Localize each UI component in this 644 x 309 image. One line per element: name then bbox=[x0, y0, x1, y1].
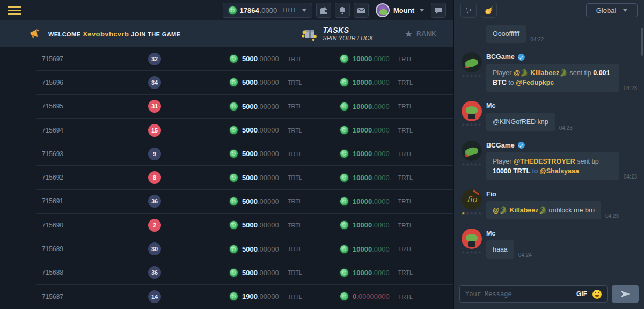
balance-selector[interactable]: 17864.0000 TRTL bbox=[223, 3, 313, 18]
chat-room-label: Global bbox=[596, 6, 617, 14]
bet-decimals: .00000 bbox=[258, 292, 279, 300]
announcement-banner: WELCOMEXevobvhcvrbJOIN THE GAME TASKS SP… bbox=[0, 20, 453, 47]
bet-amount: 5000.00000TRTL bbox=[230, 174, 310, 182]
avatar-column: ★★★★★ bbox=[459, 52, 484, 92]
user-stars: ★★★★★ bbox=[462, 251, 482, 255]
table-row[interactable]: 715694155000.00000TRTL10000.0000TRTL bbox=[36, 119, 453, 142]
bet-amount: 5000.00000TRTL bbox=[230, 197, 310, 205]
message-timestamp: 04:23 bbox=[605, 213, 619, 219]
game-id: 715690 bbox=[36, 222, 117, 229]
message-username[interactable]: Fio bbox=[486, 190, 496, 198]
message-text: haaa bbox=[493, 246, 508, 253]
bet-integer: 5000 bbox=[242, 102, 258, 111]
message-username[interactable]: BCGame bbox=[486, 142, 515, 149]
hamburger-menu-icon[interactable] bbox=[8, 6, 21, 15]
payout-decimals: .0000 bbox=[372, 174, 390, 182]
payout-decimals: .0000 bbox=[372, 197, 390, 205]
bets-table: 715697325000.00000TRTL10000.0000TRTL7156… bbox=[0, 47, 453, 309]
wallet-button[interactable] bbox=[316, 3, 331, 18]
result-badge-cell: 32 bbox=[117, 53, 192, 65]
rank-button[interactable]: ★ RANK bbox=[405, 30, 436, 39]
coin-drop-button[interactable] bbox=[481, 3, 497, 18]
message-username[interactable]: Mc bbox=[486, 102, 495, 109]
table-row[interactable]: 715696345000.00000TRTL10000.0000TRTL bbox=[36, 71, 453, 94]
payout-integer: 10000 bbox=[353, 78, 372, 86]
chat-message: ★★★★★BCGamePlayer @🐊 Killabeez🐊 sent tip… bbox=[459, 52, 639, 92]
user-avatar[interactable]: fio bbox=[462, 189, 482, 210]
payout-value: 0.00000000 bbox=[353, 292, 390, 300]
coin-icon bbox=[340, 197, 348, 205]
star-icon: ★ bbox=[470, 73, 474, 78]
table-row[interactable]: 715688365000.00000TRTL10000.0000TRTL bbox=[36, 261, 453, 285]
chat-room-selector[interactable]: Global bbox=[586, 3, 638, 17]
table-row[interactable]: 715695315000.00000TRTL10000.0000TRTL bbox=[36, 95, 453, 119]
send-message-button[interactable] bbox=[612, 285, 639, 303]
table-row[interactable]: 715687141900.00000TRTL0.00000000TRTL bbox=[36, 285, 453, 308]
message-text: Player bbox=[493, 158, 514, 165]
star-icon: ★ bbox=[478, 162, 482, 167]
coin-icon bbox=[340, 78, 348, 86]
user-menu[interactable]: Mount bbox=[376, 3, 424, 17]
game-id: 715693 bbox=[36, 150, 117, 158]
table-row[interactable]: 715689305000.00000TRTL10000.0000TRTL bbox=[36, 237, 453, 261]
bet-amount: 5000.00000TRTL bbox=[230, 245, 310, 253]
emoji-picker-icon[interactable] bbox=[592, 290, 602, 299]
bet-decimals: .00000 bbox=[258, 221, 279, 229]
result-badge-cell: 31 bbox=[117, 100, 192, 113]
gif-button[interactable]: GIF bbox=[576, 290, 587, 298]
payout-currency: TRTL bbox=[398, 293, 413, 300]
message-username[interactable]: BCGame bbox=[486, 53, 515, 61]
payout-integer: 10000 bbox=[353, 55, 372, 63]
table-row[interactable]: 715697325000.00000TRTL10000.0000TRTL bbox=[36, 47, 453, 71]
messages-button[interactable] bbox=[354, 3, 369, 18]
bubble-row: @🐊 Killabeez🐊 unblock me bro04:23 bbox=[486, 201, 639, 219]
bubble-row: Player @THEDESTROYER sent tip 10000 TRTL… bbox=[486, 152, 639, 180]
star-icon: ★ bbox=[474, 162, 478, 167]
user-avatar[interactable] bbox=[462, 141, 482, 161]
payout-currency: TRTL bbox=[398, 79, 413, 86]
main-panel: 17864.0000 TRTL Mount bbox=[0, 0, 453, 309]
table-row[interactable]: 71569285000.00000TRTL10000.0000TRTL bbox=[36, 166, 453, 189]
payout-decimals: .0000 bbox=[372, 245, 390, 253]
payout-decimals: .0000 bbox=[372, 269, 390, 277]
payout-amount: 10000.0000TRTL bbox=[340, 102, 413, 111]
payout-currency: TRTL bbox=[398, 269, 413, 276]
chat-scrollbar[interactable] bbox=[641, 28, 643, 56]
result-badge-cell: 2 bbox=[117, 219, 192, 232]
user-avatar[interactable] bbox=[462, 101, 482, 121]
rain-button[interactable] bbox=[460, 3, 477, 18]
message-input[interactable] bbox=[465, 290, 571, 298]
avatar-column: ★★★★★ bbox=[459, 141, 484, 180]
avatar bbox=[376, 3, 390, 17]
table-row[interactable]: 71569025000.00000TRTL10000.0000TRTL bbox=[36, 214, 453, 237]
game-id: 715692 bbox=[36, 174, 117, 181]
coin-icon bbox=[230, 197, 238, 205]
notifications-button[interactable] bbox=[335, 3, 350, 18]
coin-icon bbox=[230, 102, 238, 111]
user-avatar[interactable] bbox=[462, 229, 482, 249]
game-id: 715697 bbox=[36, 55, 117, 63]
tasks-button[interactable]: TASKS SPIN YOUR LUCK bbox=[301, 26, 374, 42]
payout-decimals: .0000 bbox=[372, 78, 390, 86]
tasks-subtitle: SPIN YOUR LUCK bbox=[323, 35, 374, 42]
table-row[interactable]: 715691365000.00000TRTL10000.0000TRTL bbox=[36, 190, 453, 214]
payout-amount: 10000.0000TRTL bbox=[340, 174, 413, 182]
game-id: 715694 bbox=[36, 127, 117, 134]
chat-message: Ooooffffff04:22 bbox=[459, 25, 639, 43]
table-row[interactable]: 71569395000.00000TRTL10000.0000TRTL bbox=[36, 142, 453, 166]
message-bubble: Ooooffffff bbox=[486, 25, 526, 43]
result-badge-cell: 14 bbox=[117, 290, 192, 303]
payout-amount: 10000.0000TRTL bbox=[340, 245, 413, 253]
bet-integer: 5000 bbox=[242, 78, 258, 86]
payout-value: 10000.0000 bbox=[353, 55, 390, 63]
payout-value: 10000.0000 bbox=[353, 245, 390, 253]
message-name-row: Mc bbox=[486, 102, 639, 109]
user-avatar[interactable] bbox=[462, 52, 482, 72]
game-id: 715695 bbox=[36, 102, 117, 110]
welcome-username[interactable]: Xevobvhcvrb bbox=[83, 30, 129, 38]
toggle-chat-button[interactable] bbox=[431, 3, 446, 18]
chat-panel: Global Ooooffffff04:22★★★★★BCGamePlayer … bbox=[453, 0, 644, 309]
chat-input-bar: GIF bbox=[454, 281, 644, 309]
message-username[interactable]: Mc bbox=[486, 230, 495, 237]
balance-decimals: .0000 bbox=[260, 6, 277, 14]
